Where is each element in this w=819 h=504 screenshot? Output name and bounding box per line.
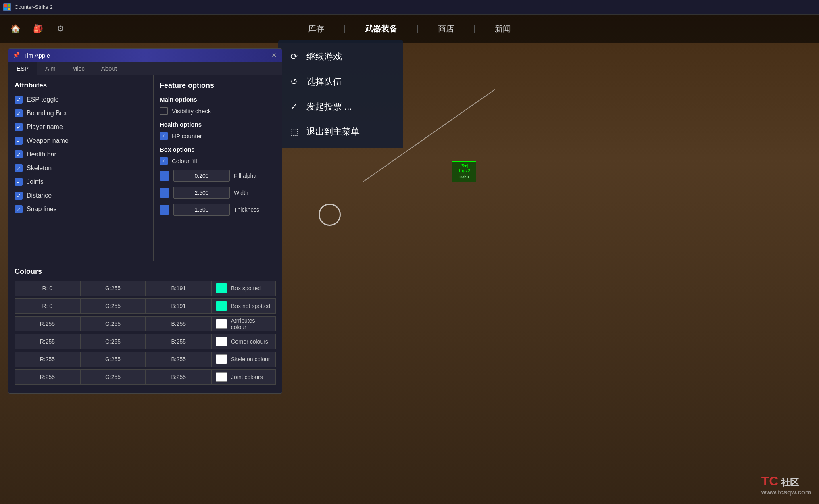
app-icon	[3, 3, 11, 11]
colour-g-3[interactable]: G:255	[80, 334, 146, 349]
attr-skeleton-checkbox[interactable]	[15, 164, 23, 172]
fill-alpha-input[interactable]	[173, 170, 230, 182]
colour-swatch-2[interactable]: Atrributes colour	[211, 316, 276, 331]
colour-swatch-3[interactable]: Corner colours	[211, 334, 276, 349]
fill-alpha-color[interactable]	[160, 171, 169, 181]
swatch-5	[216, 372, 227, 382]
cheat-panel: 📌 Tim Apple ✕ ESP Aim Misc About Attribu…	[8, 48, 282, 394]
thickness-input[interactable]	[173, 204, 230, 216]
colour-fill-label: Colour fill	[172, 158, 197, 165]
colour-r-4[interactable]: R:255	[15, 352, 80, 367]
colour-r-1[interactable]: R: 0	[15, 298, 80, 314]
nav-link-inventory[interactable]: 库存	[305, 22, 327, 36]
swatch-label-4: Skeleton colour	[231, 356, 270, 362]
width-label: Width	[234, 190, 248, 196]
menu-item-vote[interactable]: ✓ 发起投票 ...	[278, 94, 403, 119]
colour-row-4: R:255 G:255 B:255 Skeleton colour	[15, 352, 276, 367]
attr-bounding-box[interactable]: Bounding Box	[15, 109, 147, 117]
visibility-check-label: Visibility check	[172, 108, 211, 115]
attr-snap-lines-checkbox[interactable]	[15, 205, 23, 213]
continue-icon: ⟳	[288, 51, 300, 63]
attr-esp-toggle[interactable]: ESP toggle	[15, 96, 147, 104]
attr-esp-toggle-checkbox[interactable]	[15, 96, 23, 104]
attributes-panel: Attributes ESP toggle Bounding Box Playe…	[8, 75, 154, 261]
colour-b-4[interactable]: B:255	[146, 352, 211, 367]
menu-item-continue[interactable]: ⟳ 继续游戏	[278, 44, 403, 69]
attr-skeleton[interactable]: Skeleton	[15, 164, 147, 172]
colour-r-0[interactable]: R: 0	[15, 281, 80, 296]
colour-g-0[interactable]: G:255	[80, 281, 146, 296]
inventory-icon[interactable]: 🎒	[31, 21, 45, 36]
menu-label-continue: 继续游戏	[306, 51, 342, 63]
colour-g-1[interactable]: G:255	[80, 298, 146, 314]
width-color[interactable]	[160, 188, 169, 198]
tab-misc[interactable]: Misc	[64, 62, 93, 75]
attr-snap-lines[interactable]: Snap lines	[15, 205, 147, 213]
colour-swatch-5[interactable]: Joint colours	[211, 369, 276, 385]
nav-link-shop[interactable]: 商店	[435, 22, 457, 36]
settings-icon[interactable]: ⚙	[53, 21, 68, 36]
colour-r-5[interactable]: R:255	[15, 369, 80, 385]
menu-label-vote: 发起投票 ...	[306, 101, 352, 113]
tab-about[interactable]: About	[93, 62, 125, 75]
visibility-check-checkbox[interactable]	[160, 107, 168, 115]
thickness-color[interactable]	[160, 205, 169, 215]
attr-esp-toggle-label: ESP toggle	[27, 96, 59, 103]
nav-link-news[interactable]: 新闻	[492, 22, 514, 36]
attr-bounding-box-checkbox[interactable]	[15, 109, 23, 117]
colour-r-2[interactable]: R:255	[15, 316, 80, 331]
menu-item-team[interactable]: ↺ 选择队伍	[278, 69, 403, 94]
attr-joints[interactable]: Joints	[15, 178, 147, 186]
attr-health-bar-checkbox[interactable]	[15, 150, 23, 158]
colour-b-5[interactable]: B:255	[146, 369, 211, 385]
attr-weapon-name-label: Weapon name	[27, 137, 69, 144]
attr-weapon-name-checkbox[interactable]	[15, 137, 23, 145]
tab-esp[interactable]: ESP	[8, 62, 37, 75]
feature-options-panel: Feature options Main options Visibility …	[154, 75, 282, 261]
target-circle	[319, 204, 341, 226]
colour-g-2[interactable]: G:255	[80, 316, 146, 331]
menu-label-team: 选择队伍	[306, 76, 342, 88]
team-icon: ↺	[288, 76, 300, 88]
colour-row-1: R: 0 G:255 B:191 Box not spotted	[15, 298, 276, 314]
colour-r-3[interactable]: R:255	[15, 334, 80, 349]
colour-b-2[interactable]: B:255	[146, 316, 211, 331]
colour-b-3[interactable]: B:255	[146, 334, 211, 349]
attr-health-bar[interactable]: Health bar	[15, 150, 147, 158]
attr-distance[interactable]: Distance	[15, 192, 147, 200]
nav-sep-2: |	[417, 24, 419, 33]
colour-swatch-4[interactable]: Skeleton colour	[211, 352, 276, 367]
attr-player-name-checkbox[interactable]	[15, 123, 23, 131]
colour-swatch-0[interactable]: Box spotted	[211, 281, 276, 296]
attr-distance-checkbox[interactable]	[15, 192, 23, 200]
attr-weapon-name[interactable]: Weapon name	[15, 137, 147, 145]
cheat-panel-title-area: 📌 Tim Apple	[13, 52, 50, 59]
svg-rect-1	[8, 4, 10, 7]
swatch-label-5: Joint colours	[231, 374, 263, 380]
colour-fill-checkbox[interactable]	[160, 157, 168, 165]
colour-b-0[interactable]: B:191	[146, 281, 211, 296]
attr-joints-checkbox[interactable]	[15, 178, 23, 186]
hp-counter-checkbox[interactable]	[160, 132, 168, 140]
colour-b-1[interactable]: B:191	[146, 298, 211, 314]
attr-player-name[interactable]: Player name	[15, 123, 147, 131]
nav-link-weapons[interactable]: 武器装备	[362, 22, 400, 36]
menu-label-exit: 退出到主菜单	[306, 126, 360, 138]
tab-aim[interactable]: Aim	[37, 62, 64, 75]
attr-distance-label: Distance	[27, 192, 52, 199]
width-input[interactable]	[173, 187, 230, 199]
main-options-title: Main options	[160, 96, 276, 103]
home-icon[interactable]: 🏠	[8, 21, 23, 36]
swatch-4	[216, 354, 227, 364]
cheat-title-text: Tim Apple	[23, 52, 50, 59]
vote-icon: ✓	[288, 101, 300, 113]
colour-swatch-1[interactable]: Box not spotted	[211, 298, 276, 314]
hp-counter-row: HP counter	[160, 132, 276, 140]
menu-item-exit[interactable]: ⬚ 退出到主菜单	[278, 119, 403, 144]
svg-rect-2	[4, 8, 7, 10]
colour-g-4[interactable]: G:255	[80, 352, 146, 367]
colour-g-5[interactable]: G:255	[80, 369, 146, 385]
attr-health-bar-label: Health bar	[27, 151, 56, 158]
swatch-label-3: Corner colours	[231, 338, 268, 345]
cheat-panel-close-button[interactable]: ✕	[270, 51, 278, 59]
